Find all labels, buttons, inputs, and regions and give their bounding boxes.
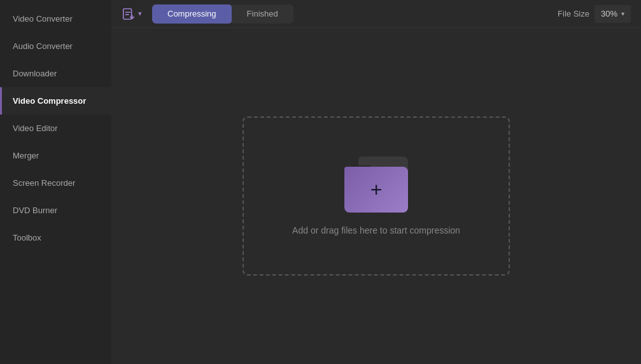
import-icon [122,7,136,21]
folder-front: + [344,167,408,213]
file-size-value: 30% [601,9,617,18]
tab-compressing[interactable]: Compressing [152,4,232,24]
tab-finished[interactable]: Finished [232,4,293,24]
topbar: ▾ Compressing Finished File Size 30% ▾ [111,0,641,28]
sidebar-item-toolbox[interactable]: Toolbox [0,224,111,251]
sidebar: Video Converter Audio Converter Download… [0,0,111,364]
folder-plus-icon: + [370,179,383,200]
sidebar-item-downloader[interactable]: Downloader [0,60,111,87]
topbar-dropdown-arrow: ▾ [138,10,142,18]
sidebar-item-video-converter[interactable]: Video Converter [0,5,111,32]
file-size-label: File Size [558,9,589,18]
dropdown-arrow-icon: ▾ [621,10,624,17]
tab-group: Compressing Finished [152,4,293,24]
drop-zone-text: Add or drag files here to start compress… [292,225,460,235]
sidebar-item-dvd-burner[interactable]: DVD Burner [0,197,111,224]
main-panel: ▾ Compressing Finished File Size 30% ▾ + [111,0,641,364]
svg-rect-0 [123,8,132,19]
folder-icon: + [344,157,408,213]
topbar-icon-area[interactable]: ▾ [122,7,142,21]
file-size-dropdown[interactable]: 30% ▾ [595,5,631,23]
sidebar-item-merger[interactable]: Merger [0,142,111,169]
sidebar-item-audio-converter[interactable]: Audio Converter [0,32,111,60]
content-area: + Add or drag files here to start compre… [111,28,641,364]
sidebar-item-screen-recorder[interactable]: Screen Recorder [0,169,111,197]
sidebar-item-video-editor[interactable]: Video Editor [0,115,111,142]
drop-zone[interactable]: + Add or drag files here to start compre… [243,116,510,276]
sidebar-item-video-compressor[interactable]: Video Compressor [0,87,111,115]
